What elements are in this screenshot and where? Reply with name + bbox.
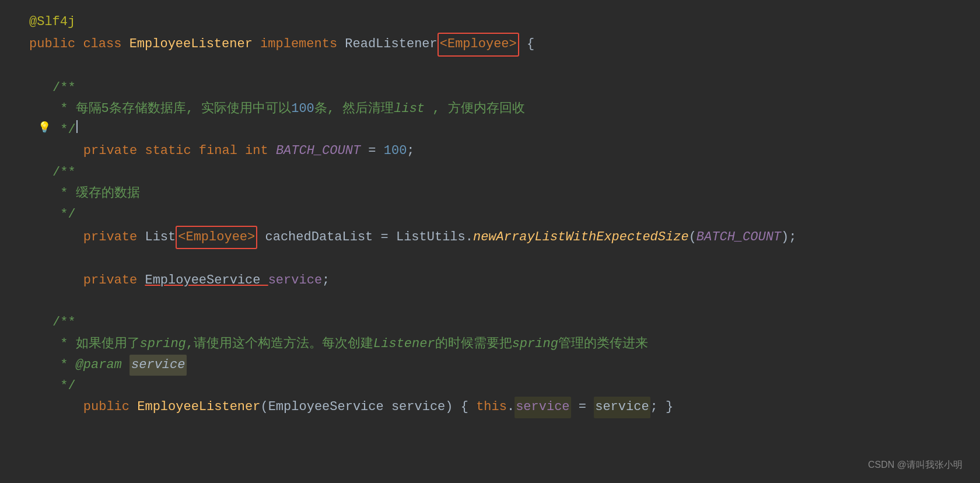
line-annotation: @Slf4j: [29, 12, 963, 33]
kw-public-ctor: public: [52, 397, 137, 418]
empty-line-1: [29, 57, 963, 78]
comment-spring-1: spring: [140, 334, 186, 355]
list-paren-close: );: [781, 227, 796, 248]
kw-private-2: private: [52, 227, 145, 248]
param-val: service: [130, 355, 187, 376]
list-arg: BATCH_COUNT: [696, 227, 781, 248]
javadoc-close-2: */: [29, 204, 963, 225]
text-cursor: [76, 120, 78, 133]
list-type: List: [145, 227, 176, 248]
empty-line-3: [29, 291, 963, 312]
comment-text-3b: ,请使用这个构造方法。每次创建: [186, 334, 373, 355]
javadoc-open-2-text: /**: [52, 162, 76, 183]
this-field: service: [514, 397, 570, 418]
javadoc-star-param: *: [52, 355, 76, 376]
listutils-name: ListUtils: [396, 227, 466, 248]
kw-implements: implements: [260, 34, 345, 55]
javadoc-open-1: /**: [29, 78, 963, 99]
kw-static: static: [145, 141, 198, 162]
javadoc-content-2: * 缓存的数据: [29, 183, 963, 204]
annotation-slf4j: @Slf4j: [29, 12, 75, 33]
watermark: CSDN @请叫我张小明: [868, 459, 963, 471]
javadoc-open-2: /**: [29, 162, 963, 183]
comment-spring-2: spring: [512, 334, 558, 355]
constructor-body2: ; }: [650, 397, 674, 418]
list-field-name: cachedDataList: [257, 227, 373, 248]
batch-eq: =: [360, 141, 384, 162]
list-paren-open: (: [689, 227, 696, 248]
comment-list-kw: list: [394, 99, 425, 120]
constructor-params: (EmployeeService service): [260, 397, 453, 418]
kw-public: public: [29, 34, 83, 55]
comment-text-1c: , 方便内存回收: [425, 99, 525, 120]
kw-private-3: private: [52, 270, 145, 291]
constructor-name: EmployeeListener: [137, 397, 260, 418]
param-tag: @param: [76, 355, 130, 376]
bulb-icon[interactable]: 💡: [38, 120, 51, 137]
javadoc-close-1-text: */: [52, 120, 76, 141]
javadoc-star-2: *: [52, 183, 76, 204]
comment-text-1a: 每隔5条存储数据库, 实际使用中可以: [76, 99, 292, 120]
comment-text-2: 缓存的数据: [76, 183, 140, 204]
javadoc-close-1: 💡 */: [29, 120, 963, 141]
list-dot: .: [466, 227, 473, 248]
comment-num-100: 100: [291, 99, 314, 120]
line-constructor: public EmployeeListener (EmployeeService…: [29, 397, 963, 418]
service-field-name: service: [268, 270, 322, 291]
comment-text-1b: 条, 然后清理: [314, 99, 394, 120]
this-kw: this: [476, 397, 507, 418]
batch-semi: ;: [407, 141, 414, 162]
class-name: EmployeeListener: [130, 34, 260, 55]
comment-text-3c: 的时候需要把: [435, 334, 512, 355]
list-eq: =: [373, 227, 396, 248]
javadoc-star-1: *: [52, 99, 76, 120]
service-semi: ;: [322, 270, 330, 291]
kw-final: final: [199, 141, 245, 162]
kw-private-1: private: [52, 141, 145, 162]
batch-val: 100: [384, 141, 407, 162]
constructor-body1: {: [453, 397, 477, 418]
batch-count-name: BATCH_COUNT: [276, 141, 360, 162]
javadoc-close-3: */: [29, 376, 963, 397]
javadoc-open-3-text: /**: [52, 312, 76, 333]
javadoc-star-3: *: [52, 334, 76, 355]
javadoc-close-2-text: */: [52, 204, 76, 225]
kw-int: int: [245, 141, 276, 162]
readlistener-name: ReadListener: [345, 34, 437, 55]
javadoc-param: * @param service: [29, 355, 963, 376]
list-method: newArrayListWithExpectedSize: [473, 227, 689, 248]
kw-class: class: [83, 34, 129, 55]
javadoc-content-3: * 如果使用了spring,请使用这个构造方法。每次创建Listener的时候需…: [29, 334, 963, 355]
javadoc-open-1-text: /**: [52, 78, 76, 99]
javadoc-open-3: /**: [29, 312, 963, 333]
empty-line-2: [29, 249, 963, 270]
line-list-field: private List<Employee> cachedDataList = …: [29, 226, 963, 249]
line-batch-field: private static final int BATCH_COUNT = 1…: [29, 141, 963, 162]
class-brace: {: [519, 34, 534, 55]
assign-op: =: [571, 397, 594, 418]
line-class-decl: public class EmployeeListener implements…: [29, 33, 963, 56]
assign-val: service: [594, 397, 650, 418]
list-generic: <Employee>: [178, 230, 255, 244]
comment-text-3a: 如果使用了: [76, 334, 140, 355]
comment-listener: Listener: [373, 334, 435, 355]
comment-text-3d: 管理的类传进来: [558, 334, 648, 355]
line-service-field: private EmployeeService service ;: [29, 270, 963, 291]
javadoc-close-3-text: */: [52, 376, 76, 397]
code-editor: @Slf4j public class EmployeeListener imp…: [0, 0, 980, 483]
javadoc-content-1: * 每隔5条存储数据库, 实际使用中可以100条, 然后清理list , 方便内…: [29, 99, 963, 120]
this-dot: .: [507, 397, 514, 418]
generic-employee: <Employee>: [440, 37, 517, 51]
service-type: EmployeeService: [145, 270, 268, 291]
